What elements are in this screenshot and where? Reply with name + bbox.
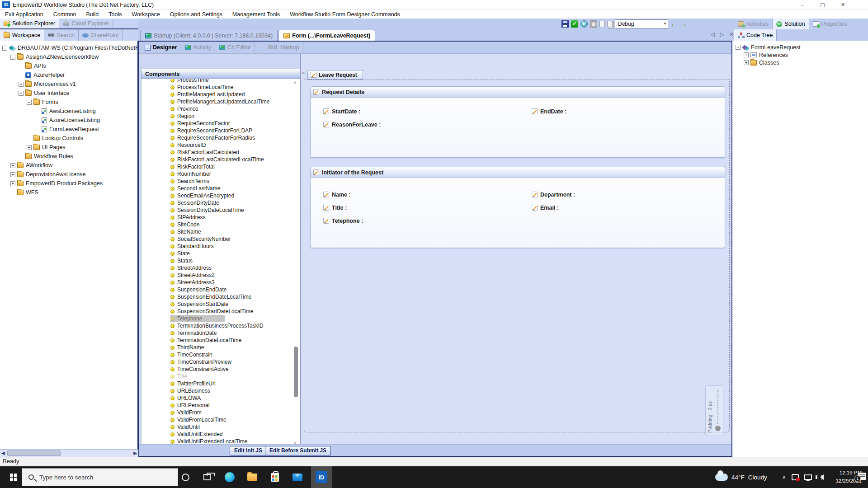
- component-item[interactable]: SessionDirtyDateLocalTime: [170, 206, 300, 214]
- component-item[interactable]: SIPAddress: [170, 214, 300, 221]
- component-item[interactable]: ProfileManagerLastUpdatedLocalTime: [170, 98, 300, 105]
- padding-slider-handle[interactable]: [715, 426, 721, 431]
- copy-document-icon[interactable]: [607, 21, 613, 27]
- component-item[interactable]: SearchTerms: [170, 178, 300, 185]
- tray-chevron-icon[interactable]: ∧: [782, 474, 786, 480]
- code-tree-tab[interactable]: Code Tree: [734, 29, 777, 41]
- horizontal-scrollbar[interactable]: ◀ ▶: [0, 449, 138, 457]
- tree-expander-icon[interactable]: [27, 100, 32, 105]
- group-request-details[interactable]: Request Details StartDate : EndDate :: [310, 86, 725, 158]
- component-item[interactable]: TimeConstraintActive: [170, 366, 300, 373]
- component-item[interactable]: RequireSecondFactor: [170, 120, 300, 127]
- component-item[interactable]: RequireSecondFactorForRadius: [170, 134, 300, 141]
- group-initiator[interactable]: Initiator of the Request Name : Departme…: [310, 167, 725, 248]
- component-item[interactable]: ProcessTimeLocalTime: [170, 84, 300, 91]
- right-dock-tab[interactable]: Properties: [809, 19, 851, 29]
- designer-tab[interactable]: Activity: [181, 42, 216, 54]
- scrollbar-thumb[interactable]: [7, 450, 61, 456]
- tree-expander-icon[interactable]: [10, 181, 15, 186]
- right-dock-tab[interactable]: Solution: [773, 19, 809, 29]
- tree-item[interactable]: Workflow Rules: [0, 152, 137, 161]
- close-button[interactable]: ✕: [833, 0, 853, 10]
- speaker-icon[interactable]: [817, 474, 824, 480]
- component-item[interactable]: SocialSecurityNumber: [170, 235, 300, 243]
- tree-expander-icon[interactable]: [10, 172, 15, 177]
- component-item[interactable]: Title: [170, 373, 300, 380]
- new-document-icon[interactable]: [599, 21, 605, 27]
- component-item[interactable]: RiskFactorLastCalculatedLocalTime: [170, 156, 300, 163]
- scroll-up-icon[interactable]: ∧: [293, 80, 297, 85]
- tree-expander-icon[interactable]: [10, 163, 15, 168]
- component-item[interactable]: TimeConstrainPreview: [170, 358, 300, 366]
- navigate-forward-icon[interactable]: →: [680, 20, 687, 28]
- document-tab[interactable]: Form (...\FormLeaveRequest): [278, 30, 375, 41]
- component-item[interactable]: StreetAddress: [170, 264, 300, 272]
- component-item[interactable]: Region: [170, 113, 300, 120]
- run-icon[interactable]: [580, 20, 588, 28]
- tree-expander-icon[interactable]: [10, 55, 15, 60]
- component-item[interactable]: URLOWA: [170, 394, 300, 402]
- component-item[interactable]: RiskFactorLastCalculated: [170, 149, 300, 156]
- component-item[interactable]: Telephone: [170, 315, 225, 322]
- tree-item[interactable]: APIs: [0, 61, 137, 70]
- component-item[interactable]: SuspensionStartDate: [170, 300, 300, 308]
- component-item[interactable]: RequireSecondFactorForLDAP: [170, 127, 300, 134]
- component-item[interactable]: ProcessTime: [170, 79, 300, 84]
- designer-tab[interactable]: C# Editor: [215, 42, 255, 54]
- left-dock-tab[interactable]: Search: [44, 29, 79, 41]
- component-item[interactable]: TwitterProfileUrl: [170, 380, 300, 387]
- component-item[interactable]: URLPersonal: [170, 402, 300, 409]
- form-field[interactable]: ReasonForLeave :: [323, 118, 532, 131]
- tree-item[interactable]: DRGAUTAM-WS (C:\Program Files\TheDotNetF…: [0, 43, 137, 52]
- tree-item[interactable]: User Interface: [0, 89, 137, 98]
- menu-item[interactable]: Build: [81, 11, 104, 18]
- tree-item[interactable]: Forms: [0, 98, 137, 107]
- taskbar-search-input[interactable]: Type here to search: [22, 468, 178, 486]
- edge-button[interactable]: [220, 466, 240, 488]
- right-dock-tab[interactable]: Activities: [734, 19, 773, 29]
- explorer-tab[interactable]: Solution Explorer: [0, 19, 59, 28]
- component-item[interactable]: URLBusiness: [170, 387, 300, 394]
- left-dock-tab[interactable]: Workspace: [0, 29, 44, 41]
- tree-item[interactable]: AzureLicenseListing: [0, 116, 137, 125]
- form-field[interactable]: Department :: [532, 188, 725, 201]
- tree-item[interactable]: Lookup Controls: [0, 134, 137, 143]
- group-header[interactable]: Request Details: [311, 87, 725, 98]
- component-item[interactable]: ValidUntilExtended: [170, 431, 300, 438]
- component-item[interactable]: SiteName: [170, 228, 300, 235]
- menu-item[interactable]: Management Tools: [227, 11, 285, 18]
- component-item[interactable]: SecondLastName: [170, 185, 300, 192]
- component-item[interactable]: SessionDirtyDate: [170, 199, 300, 206]
- code-tree-item[interactable]: References: [732, 51, 868, 59]
- component-item[interactable]: SuspensionEndDate: [170, 286, 300, 293]
- tree-expander-icon[interactable]: [744, 60, 749, 65]
- network-icon[interactable]: [804, 474, 812, 480]
- component-item[interactable]: TerminationDate: [170, 329, 300, 337]
- save-icon[interactable]: [561, 20, 569, 28]
- tree-item[interactable]: AWorkflow: [0, 161, 137, 170]
- padding-slider[interactable]: Padding 0 px: [705, 385, 723, 435]
- taskbar-weather[interactable]: 44°F Cloudy: [715, 466, 767, 488]
- tree-item[interactable]: EmpowerID Product Packages: [0, 179, 137, 188]
- component-item[interactable]: State: [170, 250, 300, 257]
- build-config-dropdown[interactable]: Debug ▼: [615, 19, 668, 28]
- mail-button[interactable]: [288, 466, 307, 488]
- document-nav-buttons[interactable]: ◁ ▷ ✕: [711, 31, 736, 38]
- form-page-tab[interactable]: Leave Request: [307, 70, 363, 80]
- task-view-button[interactable]: [197, 466, 217, 488]
- form-field[interactable]: StartDate :: [323, 105, 532, 118]
- scroll-right-icon[interactable]: ▶: [133, 450, 137, 455]
- group-header[interactable]: Initiator of the Request: [311, 167, 725, 178]
- action-center-button[interactable]: 1: [858, 473, 866, 480]
- splitter-collapse-icon[interactable]: »: [302, 70, 305, 75]
- form-field[interactable]: Email :: [532, 201, 725, 214]
- menu-item[interactable]: Common: [48, 11, 81, 18]
- designer-tab[interactable]: XML Markup: [255, 42, 303, 54]
- component-item[interactable]: RoomNumber: [170, 170, 300, 178]
- component-item[interactable]: TimeConstrain: [170, 351, 300, 358]
- tree-expander-icon[interactable]: [19, 82, 24, 87]
- component-item[interactable]: TerminationDateLocalTime: [170, 337, 300, 344]
- document-tab[interactable]: Startup (Client: 4.0.0.0 | Server: 7.188…: [140, 30, 278, 41]
- edit-init-js-button[interactable]: Edit Init JS: [230, 446, 267, 455]
- scroll-left-icon[interactable]: ◀: [1, 450, 5, 455]
